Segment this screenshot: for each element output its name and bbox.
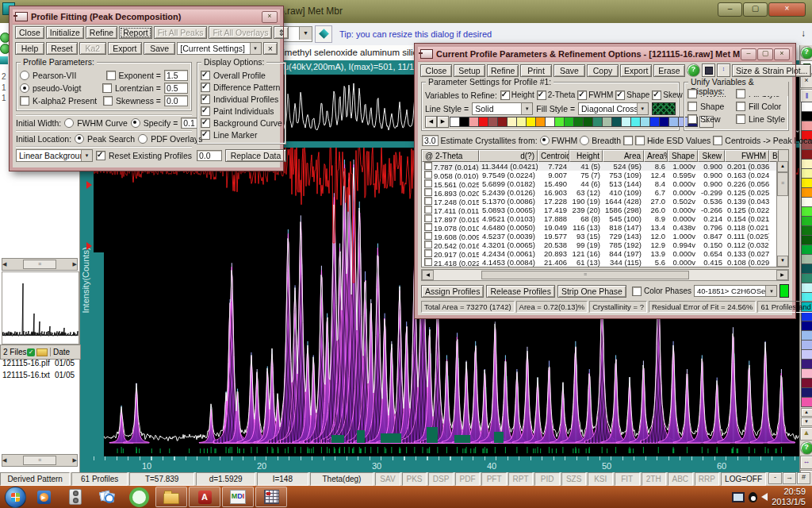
row-checkbox[interactable] — [424, 197, 432, 205]
bars-icon[interactable]: ||| — [800, 89, 812, 102]
ka2-button[interactable]: Ka2 — [79, 42, 106, 55]
phase-dropdown[interactable]: 40-1851> C2H6OSe!Al2Si2O5(OH)4▼ — [694, 285, 777, 297]
line-style-dropdown[interactable]: Solid▼ — [472, 102, 533, 115]
scroll-down-icon[interactable]: ▼ — [777, 256, 788, 267]
skewness-checkbox[interactable] — [103, 96, 113, 106]
unify-option-checkbox[interactable] — [736, 102, 745, 111]
table-row[interactable]: 9.058 (0.010)9.7549 (0.0224)9.00775 (7)7… — [422, 171, 788, 179]
scroll-left-icon[interactable]: ◀ — [2, 457, 6, 464]
refine-variable-checkbox[interactable] — [537, 90, 546, 100]
assign-profiles-button[interactable]: Assign Profiles — [421, 285, 484, 298]
fit-all-overlays-button[interactable]: Fit All Overlays — [209, 26, 272, 39]
scroll-left-icon[interactable]: ◀ — [422, 270, 434, 280]
scroll-thumb[interactable]: ≡ — [23, 260, 56, 269]
dialog-titlebar[interactable]: Current Profile Parameters & Refinement … — [418, 47, 792, 62]
unnamed-checkbox[interactable] — [623, 136, 633, 145]
refine-variable-checkbox[interactable] — [652, 90, 661, 100]
diamond-tool-button[interactable] — [315, 25, 332, 43]
palette-left-icon[interactable]: ◀ — [425, 116, 437, 128]
table-row[interactable]: 17.897 (0.019)4.9521 (0.0103)17.88868 (8… — [422, 214, 788, 223]
tray-volume-icon[interactable] — [761, 493, 768, 501]
erase-button[interactable]: Erase — [653, 64, 685, 77]
mode-toggle-dsp[interactable]: DSP — [428, 472, 454, 486]
help-icon[interactable]: ? — [800, 441, 812, 455]
table-column-header[interactable]: Area% — [644, 150, 668, 162]
refine-variable-checkbox[interactable] — [500, 90, 510, 100]
minimize-icon[interactable]: – — [718, 2, 742, 17]
minimize-icon[interactable]: – — [741, 48, 756, 60]
row-checkbox[interactable] — [424, 206, 432, 214]
phase-color-swatch[interactable] — [779, 284, 789, 298]
table-row[interactable]: 20.917 (0.015)4.2434 (0.0061)20.893121 (… — [422, 249, 788, 258]
spinner-icon[interactable]: ⇕ — [274, 26, 289, 39]
clear-settings-icon[interactable]: × — [263, 42, 278, 55]
unify-option-checkbox[interactable] — [688, 114, 697, 124]
row-checkbox[interactable] — [424, 223, 432, 231]
zoom-out-icon[interactable]: - — [768, 472, 782, 484]
save-button[interactable]: Save — [144, 42, 175, 55]
scroll-thumb[interactable]: ≡ — [23, 456, 56, 465]
refine-button[interactable]: Refine — [487, 64, 519, 77]
data-app-button[interactable] — [255, 487, 287, 507]
refine-variable-checkbox[interactable] — [615, 90, 625, 100]
sort-arrows-icon[interactable]: ↕ — [717, 64, 730, 77]
close-button[interactable]: Close — [420, 64, 452, 77]
report-button[interactable]: Report — [119, 26, 152, 39]
scroll-right-icon[interactable]: ▶ — [776, 270, 788, 280]
centroids-checkbox[interactable] — [713, 136, 722, 145]
explorer-button[interactable] — [155, 487, 187, 507]
fit-all-peaks-button[interactable]: Fit All Peaks — [154, 26, 208, 39]
print-button[interactable]: Print — [520, 64, 552, 77]
size-strain-plot-button[interactable]: Size & Strain Plot... — [732, 64, 811, 77]
table-row[interactable]: 7.787 (0.014)11.3444 (0.0421)7.72441 (5)… — [422, 162, 788, 171]
tray-monitor-icon[interactable] — [732, 492, 745, 502]
scroll-right-icon[interactable]: ▶ — [73, 261, 77, 267]
unify-option-checkbox[interactable] — [736, 89, 745, 98]
chevron-down-icon[interactable]: ▼ — [637, 103, 648, 114]
table-row[interactable]: 17.248 (0.015)5.1370 (0.0086)17.228190 (… — [422, 197, 788, 206]
log-toggle[interactable]: LOG=OFF — [721, 472, 766, 486]
lorentzian-checkbox[interactable] — [102, 83, 112, 93]
scroll-down-icon[interactable]: ▼ — [801, 418, 812, 426]
table-scrollbar[interactable]: ▲ ≡ ▼ — [776, 161, 788, 267]
table-column-header[interactable]: Skew — [698, 150, 725, 162]
table-column-header[interactable]: Height — [569, 150, 603, 162]
files-count-header[interactable]: 2 Files — [1, 348, 27, 356]
close-icon[interactable]: × — [800, 75, 812, 88]
table-column-header[interactable]: Centroid — [538, 150, 569, 162]
chevron-down-icon[interactable]: ▼ — [299, 27, 312, 40]
estimate-value-field[interactable]: 3.0 — [422, 135, 439, 146]
unify-option-checkbox[interactable] — [688, 89, 697, 98]
refine-button[interactable]: Refine — [86, 26, 117, 39]
exponent-checkbox[interactable] — [106, 71, 116, 80]
sidebar-scrollbar[interactable]: ◀ ≡ ▶ — [2, 258, 78, 271]
step-right-icon[interactable]: → — [783, 472, 796, 484]
table-column-header[interactable]: Shape — [668, 150, 698, 162]
palette-right-icon[interactable]: ▶ — [437, 116, 449, 128]
row-checkbox[interactable] — [424, 171, 432, 179]
file-list-item[interactable]: 121115-16.txt01/05 — [1, 371, 79, 383]
zoom-all-icon[interactable]: ▲ — [800, 427, 812, 441]
reset-existing-checkbox[interactable] — [96, 151, 105, 160]
save-settings-icon[interactable] — [702, 64, 715, 77]
grid-icon[interactable]: # — [797, 472, 810, 484]
row-checkbox[interactable] — [424, 249, 432, 257]
color-phases-checkbox[interactable] — [632, 287, 642, 296]
scroll-up-icon[interactable]: ▲ — [777, 161, 788, 172]
table-row[interactable]: 19.608 (0.009)4.5237 (0.0039)19.57793 (1… — [422, 232, 788, 241]
hide-esd-checkbox[interactable] — [635, 136, 645, 145]
mode-toggle-pft[interactable]: PFT — [481, 472, 507, 486]
table-column-header[interactable]: Br — [769, 150, 779, 162]
maximize-icon[interactable]: ▢ — [757, 48, 773, 60]
display-option-checkbox[interactable] — [201, 130, 210, 140]
estimate-breadth-radio[interactable] — [580, 136, 589, 145]
scroll-right-icon[interactable]: ▶ — [73, 457, 77, 464]
strip-one-phase-button[interactable]: Strip One Phase — [557, 285, 626, 298]
help-icon[interactable]: ? — [687, 64, 700, 77]
scroll-thumb[interactable]: ≡ — [777, 172, 788, 196]
fwhm-curve-radio[interactable] — [64, 118, 74, 128]
replace-value-field[interactable]: 0.0 — [197, 150, 222, 161]
exponent-field[interactable]: 1.5 — [164, 70, 188, 81]
table-row[interactable]: 15.561 (0.025)5.6899 (0.0182)15.49044 (6… — [422, 179, 788, 188]
table-column-header[interactable]: d(?) — [479, 150, 538, 162]
